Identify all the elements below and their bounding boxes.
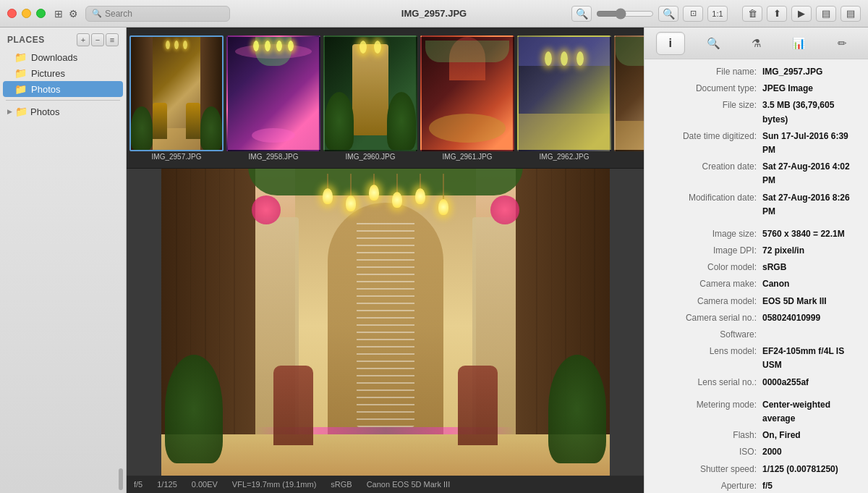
close-button[interactable]	[7, 9, 17, 18]
folder-icon: 📁	[14, 67, 27, 79]
search-icon: 🔍	[92, 9, 102, 18]
info-label-colormodel: Color model:	[650, 261, 762, 274]
info-label-flash: Flash:	[650, 429, 762, 442]
info-row-iso: ISO: 2000	[644, 444, 868, 460]
edit-icon: ✏	[838, 37, 847, 50]
filter-tab[interactable]: ⚗	[741, 32, 770, 55]
sidebar-item-photos[interactable]: 📁 Photos	[3, 81, 123, 97]
histogram-icon: 📊	[792, 37, 806, 50]
left-sidebar-toggle[interactable]: ▤	[816, 6, 836, 22]
info-value-iso: 2000	[762, 445, 859, 459]
zoom-fit-button[interactable]: ⊡	[683, 6, 703, 22]
info-value-cameramodel: EOS 5D Mark III	[762, 295, 859, 308]
info-value-aperture: f/5	[762, 479, 859, 493]
info-label-filename: File name:	[650, 65, 762, 79]
filmstrip-item-1[interactable]: IMG_2958.JPG	[226, 35, 320, 161]
info-value-colormodel: sRGB	[762, 261, 859, 274]
status-shutter: 1/125	[157, 480, 177, 489]
remove-place-button[interactable]: −	[91, 33, 104, 46]
status-camera: Canon EOS 5D Mark III	[367, 480, 451, 489]
sidebar: Places + − ≡ 📁 Downloads 📁 Pictures 📁 Ph…	[0, 28, 127, 493]
info-row-doctype: Document type: JPEG Image	[644, 80, 868, 97]
titlebar: ⊞ ⚙ 🔍 IMG_2957.JPG 🔍 🔍 ⊡ 1:1 🗑 ⬆ ▶ ▤ ▤	[0, 0, 868, 28]
folder-icon: 📁	[15, 106, 27, 117]
filmstrip-thumb-3[interactable]	[420, 35, 514, 151]
filmstrip-thumb-1[interactable]	[226, 35, 320, 151]
info-label-metering: Metering mode:	[650, 398, 762, 412]
main-image-area[interactable]	[127, 169, 644, 476]
histogram-tab[interactable]: 📊	[785, 32, 814, 55]
info-row-imagesize: Image size: 5760 x 3840 = 22.1M	[644, 226, 868, 243]
info-separator-1	[644, 220, 868, 226]
slideshow-button[interactable]: ▶	[791, 6, 812, 22]
filmstrip-item-5[interactable]: IMG_...	[614, 35, 644, 161]
right-sidebar-toggle[interactable]: ▤	[841, 6, 861, 22]
info-value-creation: Sat 27-Aug-2016 4:02 PM	[762, 160, 859, 187]
filmstrip-label-1: IMG_2958.JPG	[226, 153, 320, 161]
info-label-creation: Creation date:	[650, 160, 762, 174]
info-value-filename: IMG_2957.JPG	[762, 65, 859, 79]
zoom-out-button[interactable]: 🔍	[571, 6, 592, 22]
filmstrip-label-3: IMG_2961.JPG	[420, 153, 514, 161]
sidebar-item-label: Pictures	[31, 68, 65, 79]
filmstrip-label-5: IMG_...	[614, 153, 644, 161]
info-row-cameramodel: Camera model: EOS 5D Mark III	[644, 293, 868, 310]
info-row-lensserial: Lens serial no.: 0000a255af	[644, 374, 868, 391]
maximize-button[interactable]	[36, 9, 46, 18]
filmstrip-item-3[interactable]: IMG_2961.JPG	[420, 35, 514, 161]
add-place-button[interactable]: +	[77, 33, 90, 46]
zoom-actual-button[interactable]: 1:1	[707, 6, 728, 22]
main-content: Places + − ≡ 📁 Downloads 📁 Pictures 📁 Ph…	[0, 28, 868, 493]
center-area: IMG_2957.JPG IMG_2958.JPG	[127, 28, 644, 493]
filmstrip-thumb-5[interactable]	[614, 35, 644, 151]
grid-icon: ⊞	[54, 8, 63, 20]
info-row-software: Software:	[644, 326, 868, 343]
edit-tab[interactable]: ✏	[827, 32, 856, 55]
sidebar-scroll[interactable]: 📁 Downloads 📁 Pictures 📁 Photos ▶ 📁 Phot…	[0, 49, 126, 465]
zoom-slider[interactable]	[596, 8, 654, 20]
info-row-dpi: Image DPI: 72 pixel/in	[644, 243, 868, 259]
delete-button[interactable]: 🗑	[742, 6, 762, 22]
zoom-in-button[interactable]: 🔍	[658, 6, 678, 22]
info-row-colormodel: Color model: sRGB	[644, 259, 868, 276]
info-label-cameraserial: Camera serial no.:	[650, 311, 762, 325]
info-label-modification: Modification date:	[650, 191, 762, 205]
info-label-cameramake: Camera make:	[650, 277, 762, 291]
sidebar-item-downloads[interactable]: 📁 Downloads	[3, 49, 123, 65]
info-label-doctype: Document type:	[650, 82, 762, 96]
sidebar-item-pictures[interactable]: 📁 Pictures	[3, 65, 123, 81]
main-image	[161, 169, 610, 476]
minimize-button[interactable]	[22, 9, 31, 18]
info-label-imagesize: Image size:	[650, 227, 762, 241]
info-value-modification: Sat 27-Aug-2016 8:26 PM	[762, 191, 859, 219]
filmstrip-item-0[interactable]: IMG_2957.JPG	[129, 35, 224, 161]
search-input[interactable]	[105, 9, 224, 19]
info-value-dpi: 72 pixel/in	[762, 244, 859, 258]
filmstrip-label-4: IMG_2962.JPG	[517, 153, 611, 161]
info-tab[interactable]: i	[656, 32, 685, 55]
window-title: IMG_2957.JPG	[401, 8, 467, 19]
info-label-digitized: Date time digitized:	[650, 130, 762, 143]
info-row-modification: Modification date: Sat 27-Aug-2016 8:26 …	[644, 190, 868, 220]
filmstrip-item-4[interactable]: IMG_2962.JPG	[517, 35, 611, 161]
filmstrip-item-2[interactable]: IMG_2960.JPG	[323, 35, 417, 161]
info-row-flash: Flash: On, Fired	[644, 427, 868, 444]
info-value-doctype: JPEG Image	[762, 82, 859, 96]
info-separator-2	[644, 391, 868, 397]
info-label-lensserial: Lens serial no.:	[650, 376, 762, 389]
filmstrip-thumb-4[interactable]	[517, 35, 611, 151]
filmstrip-thumb-2[interactable]	[323, 35, 417, 151]
share-button[interactable]: ⬆	[767, 6, 787, 22]
filmstrip-thumb-0[interactable]	[129, 35, 224, 151]
info-row-creation: Creation date: Sat 27-Aug-2016 4:02 PM	[644, 159, 868, 189]
options-button[interactable]: ≡	[106, 33, 119, 46]
info-value-cameramake: Canon	[762, 277, 859, 291]
sidebar-group-photos[interactable]: ▶ 📁 Photos	[0, 104, 126, 119]
info-row-metering: Metering mode: Center-weighted average	[644, 397, 868, 427]
search-box[interactable]: 🔍	[85, 6, 230, 22]
info-panel[interactable]: File name: IMG_2957.JPG Document type: J…	[644, 59, 868, 493]
filmstrip[interactable]: IMG_2957.JPG IMG_2958.JPG	[127, 28, 644, 169]
search-tab[interactable]: 🔍	[699, 32, 728, 55]
info-label-cameramodel: Camera model:	[650, 295, 762, 308]
sidebar-buttons: + − ≡	[77, 33, 119, 46]
